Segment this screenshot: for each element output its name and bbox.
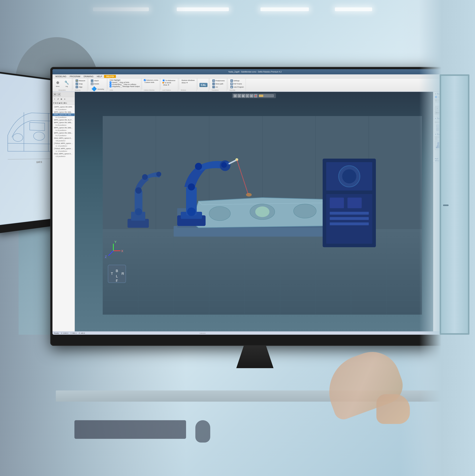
details-button[interactable]: 📋 Details [90,82,100,85]
stop-at-limits-check[interactable]: Stop at limits [117,82,129,83]
speed-check[interactable]: Speed [110,82,117,83]
status-bar: Ready X: 1245.3 Y: 892.1 Z: 445.6 [53,331,457,335]
tree-item-9[interactable]: % 25 positions» [53,129,75,132]
keyboard [74,420,186,439]
attach-button[interactable]: 📎 Attach [90,79,100,82]
menu-delfoi[interactable]: DELFOI [104,75,116,78]
snap-label: Snap [79,83,83,85]
ribbon-toolbar: ⊕ Move 🔧 Jog Manipulation [53,78,457,92]
tree-item-11[interactable]: % 27 positions» [53,134,75,137]
align-button[interactable]: ≡ Align [75,85,86,88]
singularity-check[interactable]: Singularity [110,85,120,87]
tree-item-1[interactable]: % 12 positions» [53,108,75,111]
icon-t4[interactable]: ◈ [59,102,60,104]
menu-program[interactable]: PROGRAM [68,75,82,78]
menu-help[interactable]: HELP [95,75,104,78]
tree-item-10[interactable]: WPP1_syncro ON, Defaults (23 ] [53,132,75,134]
pop-frame-button[interactable]: 🖼 PoP Frame [229,82,243,85]
to-reference-label: To Reference [165,80,176,82]
snap-button[interactable]: 🔗 Snap [75,82,86,85]
mini-btn-1[interactable]: + [53,98,56,101]
tree-item-15[interactable]: «x: 10 positions» [53,145,75,147]
geometry-button[interactable]: 🔷 Geometry [90,85,106,92]
postprocess-button[interactable]: ⚙ Postprocess [211,79,226,82]
step-back-button[interactable]: ⏴ [238,94,241,97]
tree-item-2[interactable]: WPP1_syncro ON, Defaults (20 ] [53,111,75,113]
tree-item-19[interactable]: «10 positions» [53,155,75,158]
skip-start-button[interactable]: ⏮ [233,94,237,97]
arc-button[interactable]: ⌒ Arc [211,85,219,88]
tree-item-13[interactable]: «00 positions» [53,139,75,142]
left-panel-toolbar: ✕ ↗ [53,92,75,97]
snap-icon: 🔗 [75,83,78,85]
custom-tools-button[interactable]: Custom tools [144,81,155,84]
skip-end-button[interactable]: ⏭ [250,94,253,97]
stop-on-collision-check[interactable]: Stop on collision [122,84,136,85]
show-button-win[interactable]: Show ▼ [181,82,189,84]
step-forward-button[interactable]: ⏵ [246,94,249,97]
move-button[interactable]: ⊕ Move [53,79,62,88]
attach-label: Attach [94,80,99,82]
pop-frame-icon: 🖼 [230,83,233,85]
divider-8 [210,78,210,90]
auto-program-button[interactable]: ▶ Auto Program [229,85,245,88]
icon-t5[interactable]: ⊟ [60,102,62,104]
show-button-lock[interactable]: Show ▼ [162,84,170,86]
tree-item-16[interactable]: ] TOOL0, WPP1_syncro ON, De... [53,147,75,150]
icon-t8[interactable]: ▷ [66,102,67,104]
geometry-icon: 🔷 [91,86,97,91]
divider-4 [142,78,142,90]
tree-item-17[interactable]: «x: 10 positions» [53,150,75,153]
jog-button[interactable]: 🔧 Jog [63,79,71,88]
play-button[interactable]: ▶ [242,94,245,97]
window-title: Yaska_Zagrill - SideMember.vcmx - Delfoi… [228,71,282,73]
icon-t3[interactable]: ⊡ [57,102,58,104]
hierarchy-label: Hierarchy [75,89,80,91]
3d-viewport[interactable]: ⏮ ⏴ ▶ ⏵ ⏭ ⏺ [75,92,433,331]
measure-button[interactable]: 📏 Measure [75,79,86,82]
tree-item-3[interactable]: WPP1_syncro ON, Defaults (21 ] [53,113,75,116]
mini-btn-3[interactable]: ⊞ [60,98,63,101]
tree-item-6[interactable]: WPP1_syncro ON, Defaults (23 ] [53,121,75,124]
tree-item-4[interactable]: % 12 positions» [53,116,75,119]
mini-btn-2[interactable]: ↺ [56,98,60,101]
icon-t7[interactable]: ⊞ [64,102,66,104]
person-hand [376,394,410,424]
tree-item-14[interactable]: ] TOOL0, WPP1_syncro ON, De... [53,142,75,145]
divider-1 [73,78,73,90]
move-icon: ⊕ [55,80,60,85]
message-panel-check[interactable]: Message Panel Output [120,85,140,87]
record-button[interactable]: ⏺ [254,94,257,97]
ribbon-group-collision: Detectors Active Custom tools Collision … [143,78,160,91]
detectors-active-check[interactable]: Detectors Active [144,79,158,81]
divider-7 [197,78,198,90]
panel-close-btn[interactable]: ✕ [53,93,56,96]
acceleration-check[interactable]: Acceleration [110,84,121,85]
menu-modeling[interactable]: MODELING [54,75,68,78]
menu-drawing[interactable]: DRAWING [82,75,95,78]
icon-t1[interactable]: ⟳ [53,102,55,104]
restore-windows-button[interactable]: Restore Windows [181,79,195,82]
ribbon-group-hierarchy: 📏 Measure 🔗 Snap ≡ Align [74,78,87,91]
icon-t6[interactable]: ◻ [62,102,64,104]
title-bar: Yaska_Zagrill - SideMember.vcmx - Delfoi… [53,69,457,74]
icon-t2[interactable]: ⊕ [55,102,56,104]
tree-item-12[interactable]: OOL0, WPP1_syncro ON, Defaults... [53,137,75,139]
background-scene: 1247.5 Yaska_Zagrill - SideMember.vcmx -… [0,0,475,476]
panel-expand-btn[interactable]: ↗ [57,93,61,96]
mini-btn-4[interactable]: ≡ [63,98,66,101]
tree-item-7[interactable]: % 29 positions» [53,124,75,126]
move-path-button[interactable]: → Move path [211,82,224,85]
tree-item-8[interactable]: WPP1_syncro ON, Defaults (23 ] [53,126,75,129]
limits-row-3: Singularity Message Panel Output [110,85,140,87]
tree-item-5[interactable]: WPP1_syncro ON, A6_PB_Yaskaw... [53,119,75,121]
progress-bar[interactable] [259,94,274,97]
assembly-label: Assembly [229,89,235,91]
to-reference-radio[interactable]: To Reference [162,79,176,82]
cal-button[interactable]: CAL [199,83,208,87]
tree-item-18[interactable]: OOL0, WPP1_syncro ON, Defaults... [53,153,75,155]
manipulation-label: Manipulation [58,89,66,91]
to-world-radio[interactable]: To World [162,82,171,84]
settings-button[interactable]: ⚙ Settings [229,79,240,82]
tree-item-0[interactable]: ] WPP1_syncro ON 100% [53,106,75,108]
